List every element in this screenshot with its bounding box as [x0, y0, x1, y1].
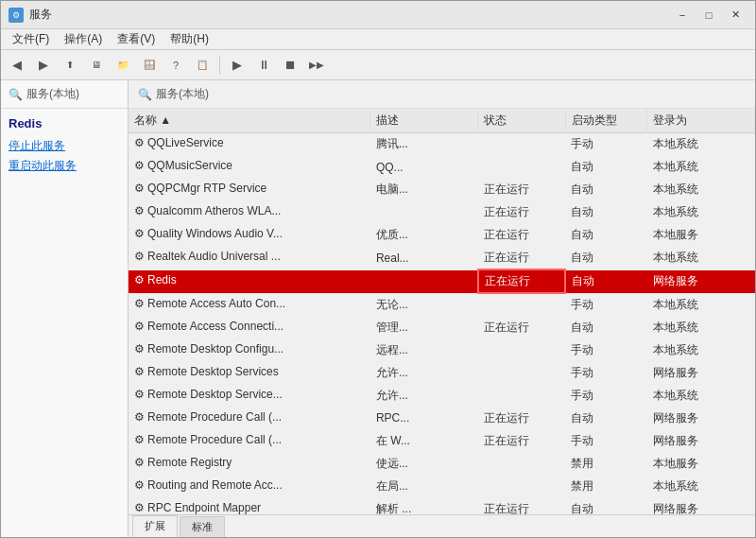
- service-name-cell: ⚙Remote Desktop Services: [129, 362, 299, 381]
- service-name-cell: ⚙Remote Desktop Configu...: [129, 339, 299, 358]
- service-desc: [370, 201, 478, 224]
- service-status: 正在运行: [478, 224, 565, 247]
- table-row[interactable]: ⚙Remote Access Connecti...管理...正在运行自动本地系…: [129, 316, 755, 338]
- service-logon: 本地系统: [647, 475, 755, 497]
- table-row[interactable]: ⚙Remote Desktop Service...允许...手动本地系统: [129, 384, 755, 407]
- close-button[interactable]: ✕: [723, 6, 747, 25]
- service-desc: RPC...: [370, 407, 478, 429]
- table-row[interactable]: ⚙Remote Desktop Services允许...手动网络服务: [129, 361, 755, 384]
- minimize-button[interactable]: −: [670, 6, 695, 25]
- service-logon: 本地系统: [647, 338, 755, 361]
- up-button[interactable]: ⬆: [58, 54, 82, 77]
- service-desc: 优质...: [370, 224, 478, 247]
- col-header-starttype[interactable]: 启动类型: [565, 109, 647, 133]
- service-starttype: 手动: [565, 429, 647, 452]
- services-table: 名称 ▲ 描述 状态 启动类型 登录为 ⚙QQLiveService腾讯...手…: [129, 109, 755, 514]
- table-row[interactable]: ⚙QQPCMgr RTP Service电脑...正在运行自动本地系统: [129, 179, 755, 201]
- service-icon: ⚙: [134, 365, 145, 378]
- service-status: 正在运行: [478, 497, 565, 514]
- service-name-cell: ⚙Remote Procedure Call (...: [129, 408, 299, 426]
- menu-action[interactable]: 操作(A): [57, 29, 110, 49]
- export-button[interactable]: 📋: [190, 54, 215, 77]
- toolbar-sep: [219, 56, 220, 75]
- service-desc: 在局...: [370, 475, 478, 497]
- table-row[interactable]: ⚙Realtek Audio Universal ...Real...正在运行自…: [129, 247, 755, 270]
- restart-service-link[interactable]: 重启动此服务: [9, 158, 120, 174]
- service-starttype: 手动: [565, 338, 647, 361]
- service-icon: ⚙: [134, 182, 145, 195]
- service-starttype: 手动: [565, 133, 647, 156]
- table-row[interactable]: ⚙Remote Procedure Call (...RPC...正在运行自动网…: [129, 407, 755, 429]
- service-status: 正在运行: [478, 407, 565, 429]
- help-button[interactable]: ?: [163, 54, 188, 77]
- table-row[interactable]: ⚙Routing and Remote Acc...在局...禁用本地系统: [129, 475, 755, 497]
- content-area: 🔍 服务(本地) 名称 ▲ 描述 状态 启动类型 登录为: [129, 80, 755, 537]
- maximize-button[interactable]: □: [696, 6, 721, 25]
- table-row[interactable]: ⚙Quality Windows Audio V...优质...正在运行自动本地…: [129, 224, 755, 247]
- main-content: 🔍 服务(本地) Redis 停止此服务 重启动此服务 🔍 服务(本地): [1, 80, 755, 537]
- forward-button[interactable]: ▶: [31, 54, 56, 77]
- new-window-button[interactable]: 🪟: [137, 54, 162, 77]
- sidebar-header: 🔍 服务(本地): [1, 80, 128, 109]
- table-row[interactable]: ⚙Remote Access Auto Con...无论...手动本地系统: [129, 293, 755, 316]
- start-button[interactable]: ▶: [225, 54, 249, 77]
- service-logon: 本地服务: [647, 452, 755, 475]
- menu-view[interactable]: 查看(V): [110, 29, 163, 49]
- service-name: Remote Registry: [147, 456, 232, 469]
- show-hide-button[interactable]: 🖥: [84, 54, 109, 77]
- services-table-container[interactable]: 名称 ▲ 描述 状态 启动类型 登录为 ⚙QQLiveService腾讯...手…: [129, 109, 755, 514]
- service-name-cell: ⚙Remote Procedure Call (...: [129, 430, 299, 449]
- service-name: Remote Desktop Services: [147, 365, 279, 378]
- col-header-logon[interactable]: 登录为: [647, 109, 755, 133]
- service-name-cell: ⚙QQLiveService: [129, 133, 299, 152]
- service-desc: 管理...: [370, 316, 478, 338]
- pause-button[interactable]: ⏸: [251, 54, 276, 77]
- service-icon: ⚙: [134, 297, 145, 310]
- back-button[interactable]: ◀: [5, 54, 29, 77]
- service-logon: 本地系统: [647, 247, 755, 270]
- tab-standard[interactable]: 标准: [180, 516, 225, 537]
- service-starttype: 禁用: [565, 475, 647, 497]
- main-window: ⚙ 服务 − □ ✕ 文件(F) 操作(A) 查看(V) 帮助(H) ◀ ▶ ⬆…: [0, 0, 756, 538]
- service-starttype: 自动: [565, 224, 647, 247]
- service-icon: ⚙: [134, 250, 145, 263]
- table-row[interactable]: ⚙Remote Procedure Call (...在 W...正在运行手动网…: [129, 429, 755, 452]
- table-row[interactable]: ⚙Qualcomm Atheros WLA...正在运行自动本地系统: [129, 201, 755, 224]
- table-row[interactable]: ⚙QQMusicServiceQQ...自动本地系统: [129, 156, 755, 179]
- col-header-desc[interactable]: 描述: [370, 109, 478, 133]
- service-logon: 本地系统: [647, 293, 755, 316]
- tab-expand[interactable]: 扩展: [132, 515, 178, 537]
- table-row[interactable]: ⚙Remote Desktop Configu...远程...手动本地系统: [129, 338, 755, 361]
- col-header-name[interactable]: 名称 ▲: [129, 109, 370, 133]
- restart-button[interactable]: ▶▶: [304, 54, 329, 77]
- service-status: [478, 338, 565, 361]
- table-header-row: 名称 ▲ 描述 状态 启动类型 登录为: [129, 109, 755, 133]
- service-logon: 本地系统: [647, 201, 755, 224]
- service-starttype: 自动: [565, 179, 647, 201]
- service-desc: 远程...: [370, 338, 478, 361]
- menu-file[interactable]: 文件(F): [5, 29, 57, 49]
- stop-button[interactable]: ⏹: [278, 54, 302, 77]
- stop-service-link[interactable]: 停止此服务: [9, 138, 120, 154]
- sidebar-icon: 🔍: [9, 88, 23, 101]
- table-row[interactable]: ⚙RPC Endpoint Mapper解析 ...正在运行自动网络服务: [129, 497, 755, 514]
- service-starttype: 禁用: [565, 452, 647, 475]
- menu-help[interactable]: 帮助(H): [163, 29, 216, 49]
- service-icon: ⚙: [134, 136, 145, 149]
- service-name-cell: ⚙Remote Desktop Service...: [129, 385, 299, 404]
- table-row[interactable]: ⚙Redis正在运行自动网络服务: [129, 269, 755, 293]
- service-icon: ⚙: [134, 204, 145, 217]
- table-row[interactable]: ⚙QQLiveService腾讯...手动本地系统: [129, 133, 755, 156]
- service-desc: 允许...: [370, 361, 478, 384]
- service-starttype: 自动: [565, 201, 647, 224]
- service-icon: ⚙: [134, 320, 145, 333]
- title-bar-left: ⚙ 服务: [9, 7, 52, 23]
- service-name: RPC Endpoint Mapper: [147, 501, 261, 514]
- col-header-status[interactable]: 状态: [478, 109, 565, 133]
- table-row[interactable]: ⚙Remote Registry使远...禁用本地服务: [129, 452, 755, 475]
- browse-button[interactable]: 📁: [111, 54, 135, 77]
- service-icon: ⚙: [134, 501, 145, 514]
- tabs-bar: 扩展 标准: [129, 514, 755, 537]
- service-logon: 本地服务: [647, 224, 755, 247]
- service-name-cell: ⚙Remote Access Auto Con...: [129, 294, 299, 313]
